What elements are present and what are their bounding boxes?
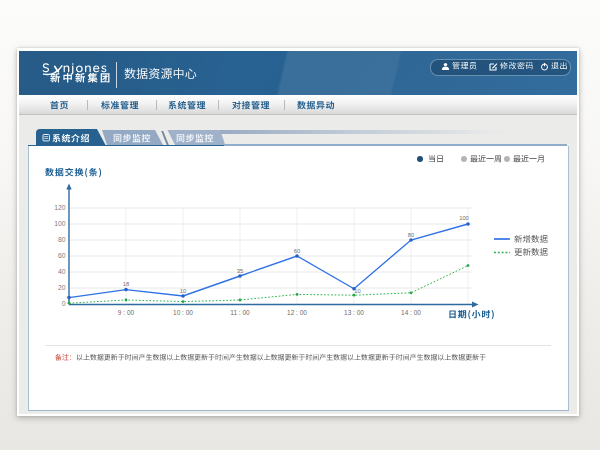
svg-text:80: 80: [58, 236, 66, 243]
svg-text:13 : 00: 13 : 00: [344, 309, 364, 316]
svg-text:60: 60: [294, 248, 300, 254]
svg-text:40: 40: [58, 268, 66, 275]
svg-text:10: 10: [180, 288, 186, 294]
svg-text:60: 60: [58, 252, 66, 259]
svg-text:12 : 00: 12 : 00: [287, 309, 307, 316]
svg-text:11 : 00: 11 : 00: [230, 309, 250, 316]
svg-text:80: 80: [408, 232, 414, 238]
svg-text:0: 0: [62, 300, 66, 307]
svg-text:9 : 00: 9 : 00: [118, 309, 135, 316]
svg-text:14 : 00: 14 : 00: [401, 309, 421, 316]
svg-text:35: 35: [237, 268, 243, 274]
svg-text:100: 100: [54, 220, 66, 227]
svg-text:10: 10: [354, 288, 360, 294]
svg-text:100: 100: [459, 215, 469, 221]
svg-text:10 : 00: 10 : 00: [173, 309, 193, 316]
svg-text:120: 120: [54, 204, 66, 211]
svg-text:18: 18: [123, 281, 129, 287]
svg-text:20: 20: [58, 284, 66, 291]
